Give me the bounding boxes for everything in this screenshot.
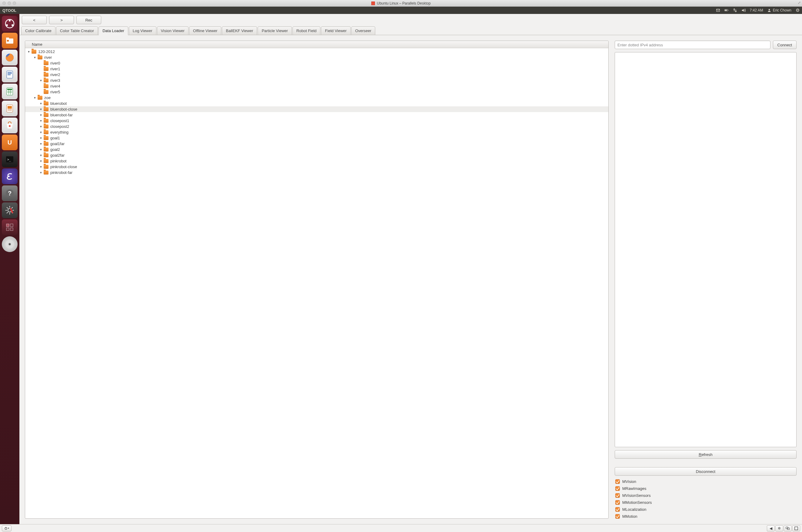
zoom-window-icon[interactable]: [13, 1, 16, 5]
chevron-down-icon[interactable]: ▼: [39, 79, 43, 82]
tree-row[interactable]: ▼goal2far: [25, 152, 608, 158]
refresh-button[interactable]: Refresh: [615, 450, 797, 459]
minimize-window-icon[interactable]: [7, 1, 11, 5]
connection-panel: Connect Refresh Disconnect MVisionMRawIm…: [615, 41, 797, 519]
chevron-down-icon[interactable]: ▼: [39, 119, 43, 122]
module-check-mrawimages[interactable]: MRawImages: [615, 486, 796, 491]
tab-offline-viewer[interactable]: Offline Viewer: [189, 26, 221, 35]
tab-overseer[interactable]: Overseer: [351, 26, 375, 35]
gear-icon[interactable]: [796, 7, 800, 13]
module-check-mlocalization[interactable]: MLocalization: [615, 507, 796, 512]
fullscreen-icon[interactable]: ⤢: [798, 1, 801, 5]
tab-color-table-creator[interactable]: Color Table Creator: [56, 26, 98, 35]
chevron-down-icon[interactable]: ▼: [39, 148, 43, 151]
chevron-down-icon[interactable]: ▼: [39, 125, 43, 128]
tree-row[interactable]: ▼zoe: [25, 95, 608, 100]
chevron-down-icon[interactable]: ▼: [39, 102, 43, 105]
chevron-down-icon[interactable]: ▼: [39, 114, 43, 117]
tree-row[interactable]: ▼everything: [25, 129, 608, 135]
rec-button[interactable]: Rec: [76, 16, 101, 24]
log-listbox[interactable]: [615, 52, 797, 447]
forward-button[interactable]: >: [49, 16, 74, 24]
launcher-help[interactable]: ?: [2, 185, 18, 201]
tree-column-header[interactable]: Name: [25, 41, 608, 48]
launcher-firefox[interactable]: [2, 50, 18, 65]
tree-row[interactable]: ▼bluerobot-far: [25, 112, 608, 118]
tree-row[interactable]: ▼pinkrobot-close: [25, 164, 608, 170]
launcher-settings[interactable]: [2, 202, 18, 218]
tree-row[interactable]: ▼river: [25, 55, 608, 60]
tree-row[interactable]: ▼river2: [25, 72, 608, 78]
ip-address-input[interactable]: [615, 41, 770, 49]
back-button[interactable]: <: [22, 16, 47, 24]
tree-row[interactable]: ▼pinkrobot: [25, 158, 608, 164]
footer-fullscreen-button[interactable]: [792, 525, 800, 531]
tree-row[interactable]: ▼river4: [25, 83, 608, 89]
chevron-down-icon[interactable]: ▼: [33, 96, 37, 99]
module-check-mvision[interactable]: MVision: [615, 479, 796, 484]
chevron-down-icon[interactable]: ▼: [39, 160, 43, 163]
tab-data-loader[interactable]: Data Loader: [98, 26, 128, 35]
tree-row[interactable]: ▼closepost1: [25, 118, 608, 124]
launcher-terminal[interactable]: >_: [2, 151, 18, 167]
tree-row[interactable]: ▼120-2012: [25, 49, 608, 55]
chevron-down-icon[interactable]: ▼: [39, 137, 43, 140]
module-check-mmotion[interactable]: MMotion: [615, 514, 796, 519]
tree-row[interactable]: ▼river0: [25, 60, 608, 66]
module-check-mvisionsensors[interactable]: MVisionSensors: [615, 493, 796, 498]
chevron-down-icon[interactable]: ▼: [39, 131, 43, 134]
network-icon[interactable]: [733, 8, 737, 13]
launcher-impress[interactable]: [2, 100, 18, 116]
chevron-down-icon[interactable]: ▼: [27, 50, 31, 53]
tree-row[interactable]: ▼river1: [25, 66, 608, 72]
tab-ballekf-viewer[interactable]: BallEKF Viewer: [222, 26, 257, 35]
tab-particle-viewer[interactable]: Particle Viewer: [258, 26, 292, 35]
tab-log-viewer[interactable]: Log Viewer: [129, 26, 156, 35]
tree-row[interactable]: ▼bluerobot-close: [25, 106, 608, 112]
launcher-dash[interactable]: [2, 16, 18, 32]
footer-gear-button[interactable]: ✲: [775, 525, 783, 531]
tree-row[interactable]: ▼goal2: [25, 147, 608, 152]
app-menu-name[interactable]: QTOOL: [2, 8, 16, 13]
chevron-down-icon[interactable]: ▼: [33, 56, 37, 59]
footer-back-button[interactable]: ◀: [767, 525, 775, 531]
clock[interactable]: 7:42 AM: [750, 8, 763, 13]
disconnect-button[interactable]: Disconnect: [615, 467, 797, 476]
chevron-down-icon[interactable]: ▼: [39, 166, 43, 168]
module-check-mmotionsensors[interactable]: MMotionSensors: [615, 500, 796, 505]
close-window-icon[interactable]: [2, 1, 6, 5]
tab-vision-viewer[interactable]: Vision Viewer: [157, 26, 188, 35]
tree-row[interactable]: ▼closepost2: [25, 124, 608, 129]
chevron-down-icon[interactable]: ▼: [39, 171, 43, 174]
launcher-workspace-switcher[interactable]: [2, 219, 18, 235]
launcher-files[interactable]: [2, 33, 18, 49]
chevron-down-icon[interactable]: ▼: [39, 154, 43, 157]
user-menu[interactable]: Eric Chown: [767, 8, 791, 13]
mail-icon[interactable]: [716, 8, 720, 13]
power-button[interactable]: ▾: [2, 525, 12, 531]
launcher-software-center[interactable]: [2, 117, 18, 133]
battery-icon[interactable]: [724, 8, 729, 13]
checkbox-label: MMotion: [622, 514, 637, 519]
tree-row[interactable]: ▼goal1: [25, 135, 608, 141]
tree-body[interactable]: ▼120-2012▼river▼river0▼river1▼river2▼riv…: [25, 48, 608, 518]
tree-row[interactable]: ▼river3: [25, 78, 608, 83]
launcher-writer[interactable]: [2, 66, 18, 82]
chevron-down-icon[interactable]: ▼: [39, 108, 43, 111]
svg-rect-24: [7, 106, 12, 109]
footer-coherence-button[interactable]: [784, 525, 792, 531]
tree-row[interactable]: ▼bluerobot: [25, 100, 608, 106]
connect-button[interactable]: Connect: [773, 41, 797, 49]
tree-row[interactable]: ▼pinkrobot-far: [25, 170, 608, 175]
chevron-down-icon[interactable]: ▼: [39, 142, 43, 146]
tab-field-viewer[interactable]: Field Viewer: [321, 26, 350, 35]
launcher-ubuntu-one[interactable]: U: [2, 134, 18, 150]
launcher-media-disc[interactable]: [2, 236, 18, 252]
launcher-emacs[interactable]: [2, 168, 18, 184]
launcher-calc[interactable]: [2, 83, 18, 99]
volume-icon[interactable]: [741, 8, 746, 13]
tab-color-calibrate[interactable]: Color Calibrate: [21, 26, 55, 35]
tree-row[interactable]: ▼river5: [25, 89, 608, 95]
tree-row[interactable]: ▼goal1far: [25, 141, 608, 147]
tab-robot-field[interactable]: Robot Field: [293, 26, 320, 35]
